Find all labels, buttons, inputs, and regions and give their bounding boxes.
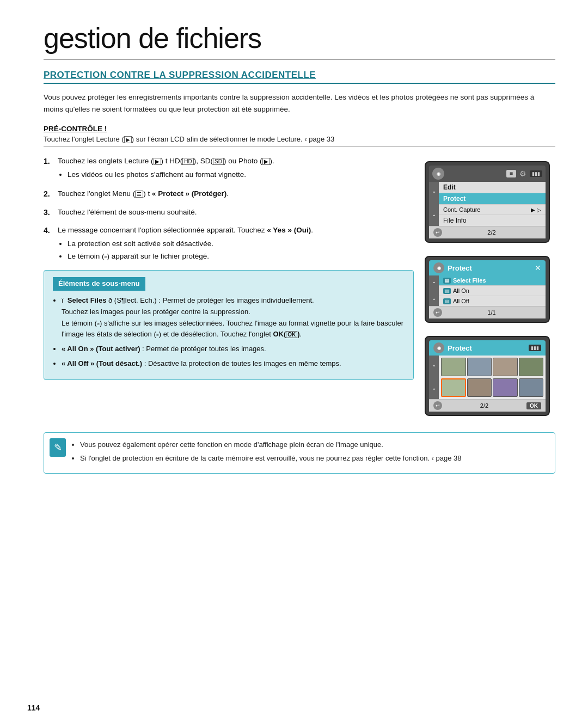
cam3-thumb-2 — [467, 358, 492, 376]
cam3-logo-icon: ◉ — [433, 342, 444, 353]
cam3-thumb-4 — [519, 358, 544, 376]
cam3-thumb-5 — [441, 378, 466, 397]
cam2-alloff-icon: ▤ — [443, 298, 451, 304]
step-1-number: 1. — [44, 156, 53, 182]
note-icon: ✎ — [50, 438, 66, 457]
step-2: 2. Touchez l'onglet Menu (☰) t « Protect… — [44, 188, 414, 200]
submenu-box-title: Éléments de sous-menu — [53, 277, 145, 291]
cam3-counter: 2/2 — [480, 402, 488, 409]
step-4: 4. Le message concernant l'option sélect… — [44, 225, 414, 264]
cam1-menu-row-fileinfo: File Info — [439, 215, 546, 226]
section-title: PROTECTION CONTRE LA SUPPRESSION ACCIDEN… — [44, 70, 555, 84]
step-4-number: 4. — [44, 225, 53, 264]
cam3-thumb-3 — [493, 358, 518, 376]
cam3-thumb-1 — [441, 358, 466, 376]
step-1-text: Touchez les onglets Lecture (▶) t HD(HD)… — [58, 156, 414, 182]
cam2-title: Protect — [448, 264, 472, 272]
cam1-logo-icon: ◉ — [432, 168, 444, 180]
camera-panel-1: ◉ ☰ ⚙ ▮▮▮ ⌃ ⌄ Edit Protect Cont. Capture — [425, 161, 550, 243]
cam1-back-icon[interactable]: ↩ — [433, 228, 442, 237]
intro-text: Vous pouvez protéger les enregistrements… — [44, 91, 555, 115]
note-box: ✎ Vous pouvez également opérer cette fon… — [44, 432, 555, 474]
cam2-down-arrow[interactable]: ⌄ — [432, 295, 436, 301]
submenu-item-2: « All On » (Tout activer) : Permet de pr… — [62, 344, 405, 355]
page-title: gestion de fichiers — [44, 22, 555, 60]
step-4-text: Le message concernant l'option sélection… — [58, 225, 414, 264]
cam3-thumb-7 — [493, 378, 518, 397]
step-1: 1. Touchez les onglets Lecture (▶) t HD(… — [44, 156, 414, 182]
note-item-2: Si l'onglet de protection en écriture de… — [80, 453, 546, 464]
cam1-bottom-bar: ↩ 2/2 — [429, 226, 546, 238]
cam2-close-icon[interactable]: ✕ — [535, 264, 541, 272]
page-number: 114 — [27, 703, 40, 712]
cam2-up-arrow[interactable]: ⌃ — [432, 281, 436, 287]
cam1-battery-icon: ▮▮▮ — [530, 170, 542, 177]
step-2-text: Touchez l'onglet Menu (☰) t « Protect » … — [58, 188, 414, 200]
cam2-back-icon[interactable]: ↩ — [433, 308, 442, 317]
cam2-allon-label: All On — [453, 287, 469, 294]
cam2-allon-icon: ▤ — [443, 288, 451, 294]
cam2-select-files-row: ▤ Select Files — [439, 275, 546, 286]
cam2-bottom-bar: ↩ 1/1 — [429, 306, 546, 318]
left-column: 1. Touchez les onglets Lecture (▶) t HD(… — [44, 156, 414, 416]
cam2-alloff-row: ▤ All Off — [439, 296, 546, 306]
cam3-thumb-8 — [519, 378, 544, 397]
cam3-down-arrow[interactable]: ⌄ — [432, 385, 436, 391]
submenu-item-3: « All Off » (Tout désact.) : Désactive l… — [62, 358, 405, 370]
step-2-number: 2. — [44, 188, 53, 200]
cam2-alloff-label: All Off — [453, 298, 469, 304]
step-1-sub-1: Les vidéos ou les photos s'affichent au … — [68, 169, 414, 181]
cam1-menu-row-protect-off: Edit — [439, 182, 546, 193]
cam2-counter: 1/1 — [487, 309, 495, 316]
cam1-up-arrow[interactable]: ⌃ — [432, 191, 436, 197]
cam3-title: Protect — [448, 344, 472, 352]
cam2-allon-row: ▤ All On — [439, 286, 546, 296]
cam1-menu-row-protect-on: Protect — [439, 193, 546, 205]
camera-panel-2: ◉ Protect ✕ ⌃ ⌄ ▤ Select Files ▤ — [425, 256, 550, 323]
step-3-text: Touchez l'élément de sous-menu souhaité. — [58, 207, 414, 219]
steps-list: 1. Touchez les onglets Lecture (▶) t HD(… — [44, 156, 414, 264]
cam2-select-icon: ▤ — [443, 278, 451, 284]
cam1-menu-row-cont: Cont. Capture ▶ ▷ — [439, 205, 546, 215]
pre-controle-label: PRÉ-CONTRÔLE ! — [44, 125, 555, 133]
cam2-select-label: Select Files — [453, 277, 486, 284]
submenu-item-1: ï Select Files ð (S¶lect. Ech.) : Permet… — [62, 295, 405, 340]
camera-panel-3: ◉ Protect ▮▮▮ ⌃ ⌄ — [425, 336, 550, 416]
cam3-ok-button[interactable]: OK — [526, 402, 541, 409]
note-item-1: Vous pouvez également opérer cette fonct… — [80, 439, 546, 451]
cam2-logo-icon: ◉ — [433, 262, 444, 273]
cam1-gear-icon: ⚙ — [519, 169, 526, 178]
cam3-back-icon[interactable]: ↩ — [433, 401, 442, 410]
step-4-sub-2: Le témoin (≈) apparaît sur le fichier pr… — [68, 251, 414, 262]
cam3-battery-icon: ▮▮▮ — [529, 345, 541, 351]
pre-controle-text: Touchez l'onglet Lecture (▶) sur l'écran… — [44, 135, 555, 147]
cam1-down-arrow[interactable]: ⌄ — [432, 211, 436, 217]
step-4-sub-1: La protection est soit activée soit désa… — [68, 238, 414, 250]
submenu-box: Éléments de sous-menu ï Select Files ð (… — [44, 270, 414, 380]
cam3-bottom-bar: ↩ 2/2 OK — [429, 399, 546, 412]
cam3-thumb-6 — [467, 378, 492, 397]
cam1-counter: 2/2 — [487, 229, 495, 236]
step-3: 3. Touchez l'élément de sous-menu souhai… — [44, 207, 414, 219]
right-column: ◉ ☰ ⚙ ▮▮▮ ⌃ ⌄ Edit Protect Cont. Capture — [425, 156, 555, 416]
cam3-up-arrow[interactable]: ⌃ — [432, 364, 436, 370]
cam1-menu-icon: ☰ — [506, 170, 516, 177]
step-3-number: 3. — [44, 207, 53, 219]
